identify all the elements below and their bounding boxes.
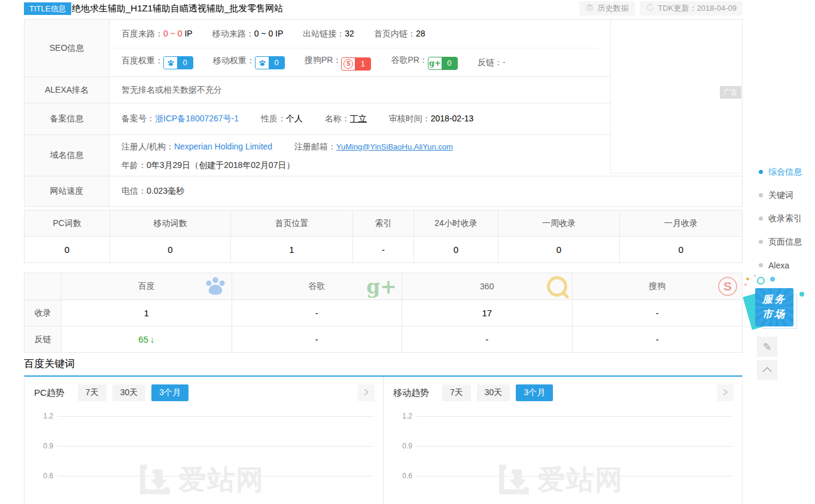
- pc-period-30d-button[interactable]: 30天: [112, 384, 146, 401]
- tdk-update-label: TDK更新：2018-04-09: [658, 3, 737, 14]
- google-plus-icon: g+: [428, 57, 442, 69]
- tdk-update-button[interactable]: TDK更新：2018-04-09: [640, 1, 743, 16]
- gridline: [57, 446, 374, 447]
- google-index-value: -: [232, 300, 403, 326]
- search-engine-table: 百度 谷歌 g+ 360 搜狗 S 收录 1 - 17 - 反链 65 ↓ -: [24, 273, 743, 353]
- stats-col-mobile-words: 移动词数: [110, 210, 231, 236]
- row-label-icp: 备案信息: [25, 103, 110, 135]
- mobile-period-7d-button[interactable]: 7天: [442, 384, 471, 401]
- nav-item-keywords[interactable]: 关键词: [759, 189, 802, 201]
- chevron-right-icon: [362, 388, 370, 398]
- bullet-dot-icon: [759, 263, 763, 267]
- pc-ytick-1: 1.2: [29, 412, 53, 420]
- engine-corner-cell: [25, 273, 62, 300]
- baidu-paw-icon: [164, 57, 177, 69]
- icp-nature: 性质：个人: [261, 114, 303, 123]
- sogou-s-icon: S: [342, 58, 355, 70]
- stats-values-row: 0 0 1 - 0 0 0: [25, 237, 742, 262]
- pc-period-3m-button[interactable]: 3个月: [151, 384, 188, 401]
- stats-col-week: 一周收录: [498, 210, 620, 236]
- icp-number-link[interactable]: 浙ICP备18007267号-1: [155, 114, 239, 123]
- google-backlink-value: -: [232, 326, 403, 352]
- pc-period-7d-button[interactable]: 7天: [78, 384, 107, 401]
- index-row-label: 收录: [25, 300, 62, 326]
- history-data-button[interactable]: 历史数据: [579, 1, 635, 16]
- stats-val-mobile-words: 0: [110, 237, 231, 262]
- ad-placeholder: 广告: [610, 20, 742, 173]
- back-to-top-button[interactable]: [757, 360, 777, 380]
- stats-col-home-position: 首页位置: [231, 210, 353, 236]
- aizhan-watermark: 爱站网: [138, 462, 264, 499]
- baidu-weight[interactable]: 百度权重：0: [121, 56, 193, 69]
- engine-index-row: 收录 1 - 17 -: [25, 300, 742, 326]
- nav-item-index[interactable]: 收录索引: [759, 212, 802, 225]
- gridline: [416, 416, 733, 417]
- aizhan-watermark: 爱站网: [497, 462, 624, 499]
- engine-col-360: 360: [402, 273, 573, 300]
- service-badge-line2: 市场: [762, 307, 786, 322]
- stats-header-row: PC词数 移动词数 首页位置 索引 24小时收录 一周收录 一月收录: [25, 210, 742, 237]
- layers-icon: [585, 3, 594, 14]
- pc-ytick-3: 0.6: [29, 472, 53, 480]
- icp-name[interactable]: 名称：丁立: [325, 114, 367, 123]
- service-market-widget[interactable]: + 服务 市场: [744, 272, 811, 338]
- row-label-domain: 域名信息: [25, 135, 110, 176]
- registrant-link[interactable]: Nexperian Holding Limited: [174, 142, 272, 151]
- so-magnifier-icon: [547, 276, 567, 297]
- nav-item-alexa[interactable]: Alexa: [759, 259, 802, 271]
- baidu-weight-badge: 0: [163, 56, 193, 69]
- baidu-mobile-paw-icon: [256, 57, 269, 69]
- sogou-pr[interactable]: 搜狗PR：S1: [305, 55, 371, 71]
- engine-backlink-row: 反链 65 ↓ - - -: [25, 326, 742, 352]
- mobile-ytick-1: 1.2: [388, 412, 412, 420]
- backlink-row-label: 反链: [25, 326, 62, 352]
- decor-dot-icon: [770, 277, 775, 282]
- service-badge-line1: 服务: [762, 292, 786, 307]
- baidu-mobile-paw-badge: 0: [255, 56, 285, 69]
- sogou-pr-badge: S1: [341, 57, 371, 71]
- down-arrow-icon: ↓: [150, 334, 155, 344]
- google-pr[interactable]: 谷歌PR：g+0: [391, 55, 457, 70]
- page-title: 绝地求生辅助_H1Z1辅助自瞄透视辅助_批发零售网站: [72, 3, 283, 14]
- aizhan-logo-icon: [138, 463, 171, 498]
- mobile-period-30d-button[interactable]: 30天: [477, 384, 510, 401]
- nav-item-label: 关键词: [768, 190, 793, 201]
- mobile-trend-panel: 移动趋势 7天 30天 3个月 1.2 0.9 0.6 爱站网: [384, 377, 742, 504]
- mobile-trend-header: 移动趋势 7天 30天 3个月: [384, 377, 742, 401]
- row-label-speed: 网站速度: [25, 176, 110, 206]
- pc-trend-title: PC趋势: [34, 387, 65, 399]
- decor-dot-icon: [799, 292, 804, 297]
- row-label-seo: SEO信息: [25, 20, 110, 77]
- registrant[interactable]: 注册人/机构：Nexperian Holding Limited: [121, 142, 272, 151]
- icp-name-link[interactable]: 丁立: [350, 114, 367, 123]
- engine-col-baidu: 百度: [62, 273, 232, 300]
- baidu-backlink-value[interactable]: 65 ↓: [62, 326, 232, 352]
- pc-trend-next-button[interactable]: [358, 384, 375, 401]
- mobile-trend-next-button[interactable]: [717, 384, 734, 401]
- chevron-right-icon: [721, 388, 729, 398]
- icp-number[interactable]: 备案号：浙ICP备18007267号-1: [121, 114, 239, 123]
- register-email[interactable]: 注册邮箱：YuMing@YinSiBaoHu.AliYun.com: [294, 142, 453, 151]
- 360-index-value[interactable]: 17: [402, 300, 573, 326]
- mobile-weight[interactable]: 移动权重：0: [213, 56, 285, 69]
- register-email-link[interactable]: YuMing@YinSiBaoHu.AliYun.com: [336, 142, 453, 151]
- seo-line-2: 百度权重：0 移动权重：0 搜狗PR：S1 谷歌PR：g+0 反链：-: [110, 48, 598, 77]
- nav-item-label: 综合信息: [768, 167, 802, 178]
- stats-col-month: 一月收录: [620, 210, 742, 236]
- section-nav: 综合信息 关键词 收录索引 页面信息 Alexa: [759, 166, 802, 282]
- nav-item-label: 页面信息: [768, 237, 802, 248]
- nav-item-overview[interactable]: 综合信息: [759, 166, 802, 178]
- sogou-index-value: -: [573, 300, 743, 326]
- gridline: [57, 476, 374, 476]
- decor-plus-icon: +: [753, 272, 756, 279]
- service-market-badge[interactable]: 服务 市场: [755, 288, 793, 326]
- sogou-backlink-value: -: [573, 326, 743, 352]
- baidu-keywords-heading: 百度关键词: [24, 357, 75, 371]
- speed-content: 电信：0.023毫秒: [110, 176, 742, 206]
- speed-text: 电信：0.023毫秒: [121, 186, 742, 197]
- row-label-alexa: ALEXA排名: [25, 77, 110, 103]
- mobile-period-3m-button[interactable]: 3个月: [516, 384, 553, 401]
- nav-item-page-info[interactable]: 页面信息: [759, 236, 802, 248]
- edit-button[interactable]: ✎: [757, 337, 777, 357]
- baidu-index-value[interactable]: 1: [62, 300, 232, 326]
